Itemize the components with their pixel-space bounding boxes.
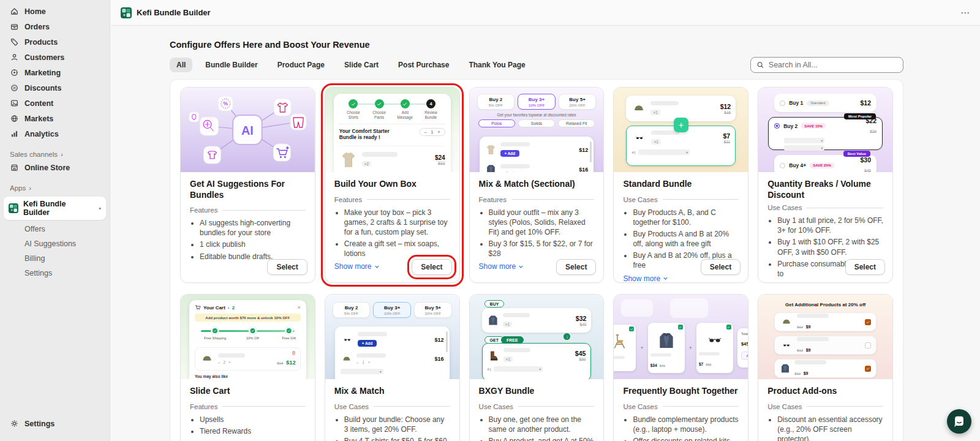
offer-card-standard-bundle: ×1 $12$16 + ×1 $7$11 #1 ▾ — [613, 87, 748, 283]
search-input[interactable] — [769, 61, 897, 69]
sidebar-item-billing[interactable]: Billing — [4, 251, 106, 266]
card-title: BXGY Bundle — [479, 386, 595, 397]
sidebar-item-ai-suggestions[interactable]: AI Suggestions — [4, 236, 106, 251]
section-label: Use Cases — [767, 403, 802, 410]
divider — [807, 406, 883, 407]
select-button[interactable]: Select — [556, 259, 596, 275]
sidebar-item-home[interactable]: Home — [4, 5, 106, 18]
sidebar-item-marketing[interactable]: Marketing — [4, 66, 106, 79]
addon-row: $12 $9 — [774, 336, 876, 355]
tab-product-page[interactable]: Product Page — [271, 58, 331, 72]
sidebar-item-label: Discounts — [24, 84, 61, 92]
section-label: Use Cases — [334, 403, 369, 410]
apps-header[interactable]: Apps› — [4, 176, 106, 195]
card-title: Build Your Own Box — [334, 179, 450, 190]
show-more-link[interactable]: Show more — [334, 262, 380, 271]
card-title: Get AI Suggestions For Bundles — [190, 179, 306, 200]
tab-bundle-builder[interactable]: Bundle Builder — [198, 58, 264, 72]
sales-channels-header[interactable]: Sales channels› — [4, 143, 106, 161]
sidebar-item-label: Home — [24, 7, 46, 16]
fbt-product-tile — [614, 325, 636, 371]
cart-icon — [195, 304, 201, 311]
most-popular-badge: Most Popular — [844, 113, 876, 119]
sidebar-item-products[interactable]: Products — [4, 36, 106, 48]
step-check-icon — [401, 99, 410, 108]
sidebar-item-customers[interactable]: Customers — [4, 51, 106, 64]
tab-thank-you-page[interactable]: Thank You Page — [462, 58, 532, 72]
offer-card-quantity-breaks: Buy 1 Standard $12 Most Popular Buy 2 SA… — [758, 87, 893, 283]
add-button: + Add — [358, 340, 377, 347]
ai-label: AI — [241, 124, 254, 137]
style-tab-relaxed: Relaxed Fit — [558, 119, 595, 127]
tier-option: Buy 5+20% OFF — [414, 302, 452, 318]
price: $12 — [435, 337, 444, 343]
ai-illustration: % AI — [181, 88, 315, 172]
sidebar-item-online-store[interactable]: Online Store — [4, 161, 106, 174]
divider — [663, 406, 739, 407]
sidebar-item-label: Content — [24, 99, 53, 108]
sidebar-item-markets[interactable]: Markets — [4, 112, 106, 125]
tier-option-active: Buy 3+10% OFF — [518, 94, 556, 110]
search-icon — [756, 61, 764, 69]
sidebar-item-discounts[interactable]: Discounts — [4, 81, 106, 94]
sidebar-item-offers[interactable]: Offers — [4, 222, 106, 236]
section-label: Use Cases — [479, 403, 513, 410]
app-label: Kefi Bundle Builder — [23, 200, 94, 217]
shirt-image — [485, 164, 497, 172]
checkbox-unchecked — [865, 342, 871, 349]
chevron-down-icon — [374, 264, 380, 270]
select-button-highlighted[interactable]: Select — [412, 259, 451, 275]
price: $16 — [435, 356, 444, 362]
section-label: Use Cases — [623, 403, 657, 410]
sidebar-item-orders[interactable]: Orders — [4, 20, 106, 33]
show-more-link[interactable]: Show more — [767, 282, 813, 283]
price: $12 — [579, 147, 588, 153]
select-button[interactable]: Select — [845, 259, 885, 275]
ai-bundles-graphic: % AI — [181, 88, 315, 172]
buy-badge: BUY — [484, 300, 505, 307]
more-actions-icon[interactable]: ⋯ — [960, 8, 970, 17]
sunglasses-image — [341, 336, 354, 344]
feature-list: Build your outfit – mix any 3 styles (Po… — [479, 208, 595, 259]
cart-title: Your Cart — [203, 305, 225, 311]
sidebar-item-settings[interactable]: Settings — [4, 417, 106, 430]
tab-post-purchase[interactable]: Post Purchase — [391, 58, 456, 72]
style-tab-polos: Polos — [478, 119, 515, 127]
app-topbar: Kefi Bundle Builder ⋯ — [111, 0, 980, 26]
tshirt-image — [485, 144, 497, 156]
card-title: Mix & Match (Sectional) — [479, 179, 595, 190]
tier-option: Buy 5+20% OFF — [559, 94, 597, 110]
sidebar-item-content[interactable]: Content — [4, 97, 106, 110]
divider — [367, 199, 450, 200]
cap-image — [780, 317, 793, 327]
add-to-cart-button: Add to Cart — [741, 352, 748, 360]
chat-launcher-button[interactable] — [947, 409, 971, 434]
tier-option: Buy 25% OFF — [477, 94, 515, 110]
select-button[interactable]: Select — [701, 259, 741, 275]
feature-list: Build your bundle: Choose any 3 items, g… — [334, 415, 450, 441]
sidebar-item-kefi-app[interactable]: Kefi Bundle Builder • — [4, 197, 106, 220]
sidebar: Home Orders Products Customers Marketing… — [0, 0, 110, 441]
divider — [518, 406, 595, 407]
sidebar-item-label: Customers — [24, 53, 64, 62]
app-active-dot: • — [99, 205, 101, 212]
sidebar-item-app-settings[interactable]: Settings — [4, 266, 106, 281]
qty-option-2-selected: Most Popular Buy 2 SAVE 15% $22$29 ▾ ▾ — [768, 117, 883, 150]
tab-slide-cart[interactable]: Slide Cart — [337, 58, 385, 72]
select-button[interactable]: Select — [267, 259, 307, 275]
show-more-link[interactable]: Show more — [623, 274, 668, 283]
section-label: Features — [479, 196, 507, 203]
tab-all[interactable]: All — [170, 58, 192, 72]
show-more-link[interactable]: Show more — [479, 262, 524, 271]
sidebar-item-analytics[interactable]: Analytics — [4, 127, 106, 140]
search-box[interactable] — [750, 57, 903, 73]
check-icon — [678, 325, 683, 330]
chevron-down-icon — [518, 264, 524, 270]
old-price: $32 — [435, 161, 445, 165]
fbt-summary-tile: Total $7 Off $45 $52 Add to Cart — [737, 328, 748, 368]
total-label: Total $7 Off — [741, 332, 748, 336]
offers-grid: % AI Get AI Suggestions For Bundles — [170, 80, 903, 441]
feature-list: Buy one, get one free on the same or ano… — [479, 415, 595, 441]
offer-card-fbt: + $34 $41 + $7 $11 — [613, 294, 748, 441]
bxgy-illustration: BUY ×1 $32$40 ↓ GET FREE ×1 — [470, 295, 604, 379]
